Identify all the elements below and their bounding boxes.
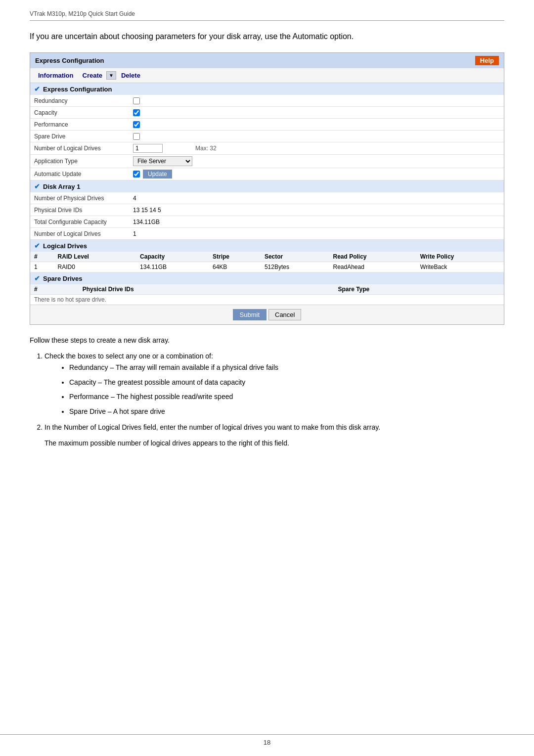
- panel-title: Express Configuration: [35, 57, 104, 64]
- step-1-text: Check the boxes to select any one or a c…: [44, 352, 213, 360]
- num-logical-drives-value: Max: 32: [133, 144, 217, 153]
- steps-list: Check the boxes to select any one or a c…: [44, 351, 504, 433]
- automatic-update-checkbox[interactable]: [133, 171, 140, 178]
- physical-drive-ids-value: 13 15 14 5: [133, 207, 161, 214]
- physical-drive-ids-label: Physical Drive IDs: [34, 207, 133, 214]
- logical-drives-section-label: Logical Drives: [43, 242, 87, 250]
- spare-drives-table-header: # Physical Drive IDs Spare Type: [30, 284, 504, 295]
- create-dropdown-arrow[interactable]: ▼: [106, 71, 116, 80]
- information-button[interactable]: Information: [34, 71, 78, 80]
- step-2-para: The maximum possible number of logical d…: [44, 438, 504, 448]
- page-footer: 18: [0, 734, 534, 746]
- row-capacity: 134.11GB: [136, 262, 209, 272]
- capacity-label: Capacity: [34, 109, 133, 116]
- submit-button[interactable]: Submit: [233, 309, 267, 320]
- logical-drives-section-header: ✔ Logical Drives: [30, 240, 504, 252]
- bullet-performance: Performance – The highest possible read/…: [69, 391, 504, 403]
- application-type-label: Application Type: [34, 158, 133, 165]
- spare-col-drive-ids: Physical Drive IDs: [79, 284, 334, 295]
- logical-drives-icon: ✔: [34, 242, 40, 250]
- row-stripe: 64KB: [209, 262, 261, 272]
- row-sector: 512Bytes: [261, 262, 329, 272]
- total-capacity-value: 134.11GB: [133, 219, 160, 225]
- create-button[interactable]: Create: [79, 71, 106, 80]
- col-sector: Sector: [261, 252, 329, 262]
- express-config-section-header: ✔ Express Configuration: [30, 83, 504, 95]
- spare-col-num: #: [30, 284, 79, 295]
- col-stripe: Stripe: [209, 252, 261, 262]
- capacity-row: Capacity: [30, 107, 504, 119]
- col-write-policy: Write Policy: [416, 252, 504, 262]
- application-type-select[interactable]: File Server Database Transaction Video S…: [133, 156, 192, 166]
- step-2: In the Number of Logical Drives field, e…: [44, 422, 504, 433]
- disk-num-logical-drives-row: Number of Logical Drives 1: [30, 228, 504, 240]
- capacity-checkbox[interactable]: [133, 109, 140, 116]
- create-button-group: Create ▼: [79, 71, 116, 80]
- capacity-value: [133, 109, 140, 116]
- col-capacity: Capacity: [136, 252, 209, 262]
- num-logical-drives-max: Max: 32: [195, 145, 217, 152]
- spare-drive-label: Spare Drive: [34, 133, 133, 140]
- total-capacity-row: Total Configurable Capacity 134.11GB: [30, 216, 504, 228]
- disk-array-section-header: ✔ Disk Array 1: [30, 180, 504, 192]
- disk-array-icon: ✔: [34, 182, 40, 190]
- bullet-redundancy: Redundancy – The array will remain avail…: [69, 362, 504, 374]
- redundancy-row: Redundancy: [30, 95, 504, 107]
- toolbar: Information Create ▼ Delete: [30, 68, 504, 83]
- spare-drive-checkbox[interactable]: [133, 133, 140, 140]
- spare-drives-icon: ✔: [34, 274, 40, 282]
- redundancy-label: Redundancy: [34, 97, 133, 104]
- logical-drives-table-header: # RAID Level Capacity Stripe Sector Read…: [30, 252, 504, 262]
- spare-drives-section-label: Spare Drives: [43, 275, 83, 282]
- num-logical-drives-input[interactable]: [133, 144, 163, 153]
- spare-empty-row: There is no hot spare drive.: [30, 295, 504, 305]
- express-config-panel: Express Configuration Help Information C…: [30, 52, 504, 325]
- express-config-section-label: Express Configuration: [43, 86, 112, 93]
- page-number: 18: [264, 739, 270, 746]
- physical-drive-ids-row: Physical Drive IDs 13 15 14 5: [30, 204, 504, 216]
- automatic-update-value: Update: [133, 170, 172, 178]
- step-1-bullets: Redundancy – The array will remain avail…: [69, 362, 504, 418]
- row-raid: RAID0: [54, 262, 136, 272]
- bullet-spare-drive: Spare Drive – A hot spare drive: [69, 406, 504, 418]
- application-type-value: File Server Database Transaction Video S…: [133, 156, 192, 166]
- delete-button[interactable]: Delete: [117, 71, 144, 80]
- num-logical-drives-label: Number of Logical Drives: [34, 145, 133, 152]
- performance-label: Performance: [34, 121, 133, 128]
- col-read-policy: Read Policy: [329, 252, 416, 262]
- application-type-row: Application Type File Server Database Tr…: [30, 155, 504, 168]
- spare-drive-value: [133, 133, 140, 140]
- step-2-text: In the Number of Logical Drives field, e…: [44, 423, 380, 431]
- panel-header: Express Configuration Help: [30, 53, 504, 68]
- row-write-policy: WriteBack: [416, 262, 504, 272]
- step-1: Check the boxes to select any one or a c…: [44, 351, 504, 418]
- redundancy-checkbox[interactable]: [133, 97, 140, 104]
- spare-col-spare-type: Spare Type: [334, 284, 504, 295]
- bullet-capacity: Capacity – The greatest possible amount …: [69, 377, 504, 389]
- cancel-button[interactable]: Cancel: [268, 309, 301, 320]
- page-header-title: VTrak M310p, M210p Quick Start Guide: [30, 10, 135, 17]
- disk-array-section-label: Disk Array 1: [43, 183, 80, 190]
- col-raid-level: RAID Level: [54, 252, 136, 262]
- performance-row: Performance: [30, 119, 504, 131]
- num-physical-drives-row: Number of Physical Drives 4: [30, 192, 504, 204]
- help-button[interactable]: Help: [475, 56, 499, 65]
- total-capacity-label: Total Configurable Capacity: [34, 219, 133, 225]
- num-physical-drives-label: Number of Physical Drives: [34, 195, 133, 202]
- action-row: Submit Cancel: [30, 305, 504, 324]
- num-logical-drives-row: Number of Logical Drives Max: 32: [30, 142, 504, 155]
- redundancy-value: [133, 97, 140, 104]
- automatic-update-label: Automatic Update: [34, 171, 133, 178]
- update-button[interactable]: Update: [143, 170, 172, 178]
- col-num: #: [30, 252, 54, 262]
- disk-num-logical-drives-value: 1: [133, 230, 136, 237]
- performance-checkbox[interactable]: [133, 121, 140, 128]
- disk-num-logical-drives-label: Number of Logical Drives: [34, 230, 133, 237]
- express-config-icon: ✔: [34, 85, 40, 93]
- spare-drive-row: Spare Drive: [30, 131, 504, 142]
- row-num: 1: [30, 262, 54, 272]
- num-physical-drives-value: 4: [133, 195, 136, 202]
- row-read-policy: ReadAhead: [329, 262, 416, 272]
- spare-empty-msg: There is no hot spare drive.: [30, 295, 504, 305]
- follow-text: Follow these steps to create a new disk …: [30, 335, 504, 346]
